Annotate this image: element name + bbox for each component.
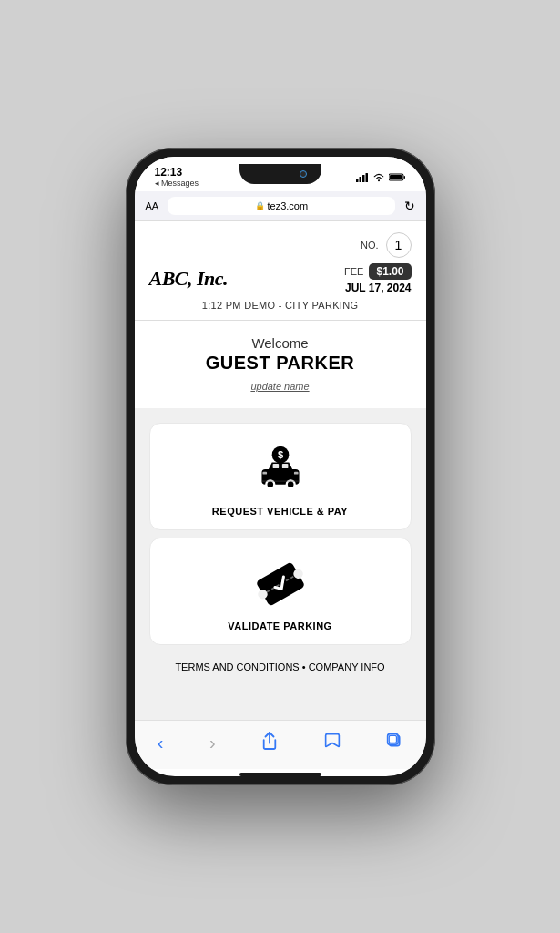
car-pay-svg: $ [255, 444, 306, 495]
guest-name: GUEST PARKER [149, 353, 412, 374]
back-button[interactable]: ‹ [150, 729, 171, 757]
battery-icon [389, 172, 405, 182]
no-label: NO. [361, 240, 379, 251]
header-top: NO. 1 [149, 232, 412, 258]
status-messages: ◂ Messages [155, 179, 199, 188]
welcome-section: Welcome GUEST PARKER update name [135, 321, 426, 408]
browser-aa[interactable]: AA [146, 200, 159, 211]
status-icons [356, 172, 405, 182]
notch [239, 164, 321, 184]
share-icon [261, 732, 278, 750]
signal-icon [356, 172, 369, 182]
date-text: JUL 17, 2024 [344, 282, 411, 294]
svg-rect-0 [356, 179, 359, 182]
svg-rect-7 [391, 175, 402, 179]
lock-icon: 🔒 [255, 201, 265, 210]
validate-parking-card[interactable]: VALIDATE PARKING [149, 538, 412, 645]
validate-icon [253, 557, 308, 611]
tabs-icon [386, 732, 402, 750]
header-section: NO. 1 ABC, Inc. FEE $1.00 JUL 17, 2024 1… [135, 221, 426, 321]
svg-rect-3 [366, 173, 369, 182]
svg-text:$: $ [277, 449, 283, 460]
svg-rect-20 [257, 561, 304, 607]
terms-link[interactable]: TERMS AND CONDITIONS [175, 661, 299, 672]
validate-parking-label: VALIDATE PARKING [228, 620, 331, 631]
bookmarks-icon [324, 732, 341, 750]
forward-button[interactable]: › [202, 729, 223, 757]
svg-rect-19 [293, 472, 298, 475]
svg-rect-12 [281, 464, 288, 468]
company-logo: ABC, Inc. [149, 267, 229, 291]
tabs-button[interactable] [379, 728, 410, 758]
refresh-button[interactable]: ↻ [404, 199, 415, 213]
browser-url-bar[interactable]: 🔒 tez3.com [168, 197, 394, 215]
update-name-link[interactable]: update name [250, 381, 309, 392]
header-middle: ABC, Inc. FEE $1.00 JUL 17, 2024 [149, 263, 412, 294]
company-info-link[interactable]: COMPANY INFO [309, 661, 385, 672]
request-vehicle-label: REQUEST VEHICLE & PAY [212, 506, 348, 517]
svg-point-16 [287, 482, 293, 488]
web-content: NO. 1 ABC, Inc. FEE $1.00 JUL 17, 2024 1… [135, 221, 426, 720]
phone-screen: 12:13 ◂ Messages [135, 157, 426, 776]
fee-value: $1.00 [369, 263, 411, 280]
welcome-greeting: Welcome [149, 335, 412, 351]
fee-label: FEE [344, 266, 363, 277]
request-vehicle-card[interactable]: $ [149, 423, 412, 530]
car-pay-icon: $ [253, 442, 308, 497]
status-time: 12:13 [155, 166, 183, 179]
svg-rect-2 [362, 175, 365, 182]
bookmarks-button[interactable] [317, 728, 348, 758]
no-value: 1 [386, 232, 412, 258]
svg-rect-18 [262, 472, 267, 475]
browser-bar: AA 🔒 tez3.com ↻ [135, 191, 426, 221]
svg-rect-1 [360, 177, 362, 182]
svg-rect-6 [404, 176, 405, 179]
bottom-nav: ‹ › [135, 720, 426, 769]
notch-dot [300, 170, 307, 178]
svg-rect-11 [272, 464, 279, 468]
header-subtitle: 1:12 PM DEMO - CITY PARKING [149, 300, 412, 311]
share-button[interactable] [254, 728, 285, 758]
fee-date-block: FEE $1.00 JUL 17, 2024 [344, 263, 411, 294]
main-content: $ [135, 415, 426, 652]
fee-row: FEE $1.00 [344, 263, 411, 280]
svg-rect-17 [261, 480, 299, 482]
home-indicator [239, 773, 321, 776]
svg-point-14 [267, 482, 273, 488]
svg-point-4 [378, 179, 380, 181]
separator: • [302, 661, 309, 672]
footer-links: TERMS AND CONDITIONS • COMPANY INFO [135, 652, 426, 683]
phone-frame: 12:13 ◂ Messages [126, 148, 435, 785]
wifi-icon [372, 172, 385, 182]
validate-svg [257, 560, 304, 608]
